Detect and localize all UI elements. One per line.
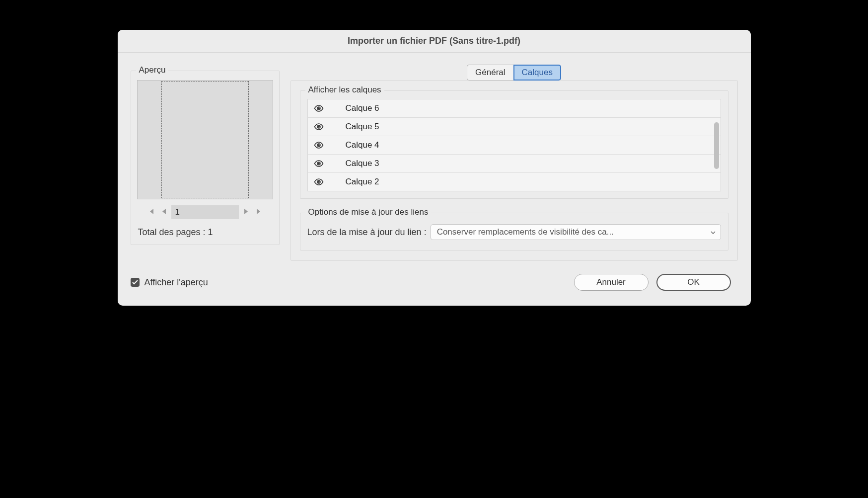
layers-tab-panel: Afficher les calques Calque 6 xyxy=(290,80,738,261)
preview-thumbnail-area xyxy=(137,80,273,199)
layer-row[interactable]: Calque 2 xyxy=(308,173,721,191)
show-preview-checkbox-row[interactable]: Afficher l'aperçu xyxy=(131,277,208,288)
visibility-eye-icon[interactable] xyxy=(314,178,334,185)
ok-button[interactable]: OK xyxy=(656,274,731,291)
layer-name-label: Calque 5 xyxy=(334,122,379,132)
layer-name-label: Calque 3 xyxy=(334,159,379,168)
first-page-icon[interactable] xyxy=(146,207,156,218)
show-preview-label: Afficher l'aperçu xyxy=(145,277,208,288)
visibility-override-dropdown[interactable]: Conserver remplacements de visibilité de… xyxy=(431,224,721,240)
svg-point-0 xyxy=(318,107,320,109)
svg-point-1 xyxy=(318,126,320,128)
total-pages-label: Total des pages : 1 xyxy=(137,227,273,238)
last-page-icon[interactable] xyxy=(254,207,264,218)
chevron-down-icon xyxy=(711,229,716,236)
dropdown-value: Conserver remplacements de visibilité de… xyxy=(437,227,614,237)
on-update-label: Lors de la mise à jour du lien : xyxy=(307,227,427,238)
visibility-eye-icon[interactable] xyxy=(314,160,334,167)
visibility-eye-icon[interactable] xyxy=(314,142,334,149)
page-number-input[interactable] xyxy=(171,205,239,219)
svg-point-2 xyxy=(318,144,320,146)
cancel-button[interactable]: Annuler xyxy=(574,274,649,291)
show-layers-group: Afficher les calques Calque 6 xyxy=(300,90,728,199)
preview-group: Aperçu xyxy=(131,71,280,245)
layer-row[interactable]: Calque 3 xyxy=(308,155,721,173)
visibility-eye-icon[interactable] xyxy=(314,123,334,130)
show-layers-title: Afficher les calques xyxy=(305,85,384,95)
prev-page-icon[interactable] xyxy=(159,207,168,218)
svg-point-3 xyxy=(318,163,320,165)
layers-list[interactable]: Calque 6 Calque 5 Calque 4 xyxy=(307,99,721,191)
layer-row[interactable]: Calque 5 xyxy=(308,118,721,136)
show-preview-checkbox[interactable] xyxy=(131,278,140,287)
next-page-icon[interactable] xyxy=(242,207,251,218)
layer-name-label: Calque 6 xyxy=(334,103,379,113)
layer-row[interactable]: Calque 6 xyxy=(308,99,721,118)
preview-group-label: Aperçu xyxy=(136,65,169,75)
svg-point-4 xyxy=(318,181,320,183)
layer-row[interactable]: Calque 4 xyxy=(308,136,721,155)
preview-page-thumbnail[interactable] xyxy=(161,81,249,198)
link-update-title: Options de mise à jour des liens xyxy=(305,207,432,217)
tab-bar: Général Calques xyxy=(290,65,738,81)
layer-name-label: Calque 2 xyxy=(334,177,379,187)
visibility-eye-icon[interactable] xyxy=(314,105,334,112)
scrollbar-thumb[interactable] xyxy=(714,122,719,169)
dialog-title: Importer un fichier PDF (Sans titre-1.pd… xyxy=(118,30,751,53)
link-update-options-group: Options de mise à jour des liens Lors de… xyxy=(300,213,728,250)
tab-general[interactable]: Général xyxy=(467,65,513,81)
tab-layers[interactable]: Calques xyxy=(513,65,561,81)
import-pdf-dialog: Importer un fichier PDF (Sans titre-1.pd… xyxy=(118,30,751,306)
layer-name-label: Calque 4 xyxy=(334,140,379,150)
page-navigator xyxy=(137,205,273,219)
